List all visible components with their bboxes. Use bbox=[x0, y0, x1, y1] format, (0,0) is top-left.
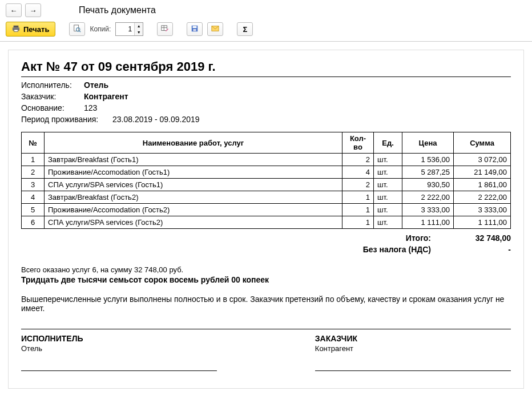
window-title: Печать документа bbox=[79, 5, 156, 15]
cell-sum: 21 149,00 bbox=[454, 166, 511, 179]
cell-num: 5 bbox=[22, 204, 45, 216]
basis-value: 123 bbox=[84, 103, 97, 112]
col-unit: Ед. bbox=[374, 132, 402, 154]
cell-qty: 1 bbox=[342, 216, 374, 229]
cell-unit: шт. bbox=[374, 179, 402, 191]
cell-unit: шт. bbox=[374, 154, 402, 166]
cell-price: 1 536,00 bbox=[402, 154, 454, 166]
cell-sum: 3 072,00 bbox=[454, 154, 511, 166]
tax-label: Без налога (НДС) bbox=[363, 245, 431, 254]
cell-name: СПА услуги/SPA services (Гость1) bbox=[45, 179, 342, 191]
nav-forward-button[interactable]: → bbox=[25, 3, 41, 17]
col-price: Цена bbox=[402, 132, 454, 154]
cell-price: 5 287,25 bbox=[402, 166, 454, 179]
copies-stepper[interactable]: ▲ ▼ bbox=[115, 22, 143, 36]
arrow-right-icon: → bbox=[30, 6, 37, 15]
cell-name: СПА услуги/SPA services (Гость2) bbox=[45, 216, 342, 229]
floppy-icon bbox=[191, 25, 199, 34]
customer-signature: ЗАКАЗЧИК Контрагент bbox=[315, 334, 511, 371]
table-pencil-icon bbox=[161, 25, 169, 34]
customer-name: Контрагент bbox=[315, 344, 511, 353]
cell-unit: шт. bbox=[374, 216, 402, 229]
signatures: ИСПОЛНИТЕЛЬ Отель ЗАКАЗЧИК Контрагент bbox=[21, 329, 511, 371]
cell-sum: 2 222,00 bbox=[454, 191, 511, 204]
period-label: Период проживания: bbox=[21, 115, 112, 124]
svg-rect-0 bbox=[14, 25, 19, 27]
act-heading: Акт № 47 от 09 сентября 2019 г. bbox=[21, 59, 511, 77]
cell-num: 3 bbox=[22, 179, 45, 191]
totals-block: Итого: 32 748,00 Без налога (НДС) - bbox=[21, 232, 511, 255]
cell-num: 6 bbox=[22, 216, 45, 229]
save-button[interactable] bbox=[187, 22, 203, 36]
copies-label: Копий: bbox=[90, 25, 111, 33]
envelope-icon bbox=[211, 25, 219, 34]
document-area: Акт № 47 от 09 сентября 2019 г. Исполнит… bbox=[0, 41, 532, 397]
cell-unit: шт. bbox=[374, 166, 402, 179]
svg-rect-11 bbox=[194, 29, 196, 31]
cell-num: 4 bbox=[22, 191, 45, 204]
executor-name: Отель bbox=[21, 344, 217, 353]
services-table: № Наименование работ, услуг Кол-во Ед. Ц… bbox=[21, 132, 511, 229]
table-row: 1Завтрак/Breakfast (Гость1)2шт.1 536,003… bbox=[22, 154, 511, 166]
executor-signature: ИСПОЛНИТЕЛЬ Отель bbox=[21, 334, 217, 371]
sum-button[interactable]: Σ bbox=[237, 22, 253, 36]
copies-input[interactable] bbox=[116, 25, 134, 33]
print-toolbar: Печать Копий: ▲ ▼ Σ bbox=[0, 19, 532, 41]
table-row: 2Проживание/Accomodation (Гость1)4шт.5 2… bbox=[22, 166, 511, 179]
cell-name: Проживание/Accomodation (Гость1) bbox=[45, 166, 342, 179]
cell-name: Завтрак/Breakfast (Гость1) bbox=[45, 154, 342, 166]
cell-price: 930,50 bbox=[402, 179, 454, 191]
customer-sign-line bbox=[315, 356, 511, 371]
cell-unit: шт. bbox=[374, 191, 402, 204]
top-row: ← → Печать документа bbox=[0, 0, 532, 19]
cell-num: 1 bbox=[22, 154, 45, 166]
col-sum: Сумма bbox=[454, 132, 511, 154]
basis-label: Основание: bbox=[21, 103, 84, 112]
print-button-label: Печать bbox=[23, 25, 49, 34]
col-name: Наименование работ, услуг bbox=[45, 132, 342, 154]
summary-block: Всего оказано услуг 6, на сумму 32 748,0… bbox=[21, 265, 511, 284]
note-text: Вышеперечисленные услуги выполнены полно… bbox=[21, 295, 511, 313]
executor-sign-line bbox=[21, 356, 217, 371]
total-label: Итого: bbox=[406, 233, 431, 243]
cell-name: Завтрак/Breakfast (Гость2) bbox=[45, 191, 342, 204]
customer-role: ЗАКАЗЧИК bbox=[315, 334, 511, 343]
print-button[interactable]: Печать bbox=[6, 22, 55, 37]
svg-line-5 bbox=[79, 30, 80, 31]
cell-price: 1 111,00 bbox=[402, 216, 454, 229]
table-row: 5Проживание/Accomodation (Гость2)1шт.3 3… bbox=[22, 204, 511, 216]
copies-up[interactable]: ▲ bbox=[135, 23, 143, 29]
total-value: 32 748,00 bbox=[454, 233, 511, 243]
col-qty: Кол-во bbox=[342, 132, 374, 154]
summary-line: Всего оказано услуг 6, на сумму 32 748,0… bbox=[21, 265, 511, 274]
svg-rect-2 bbox=[14, 29, 18, 31]
period-value: 23.08.2019 - 09.09.2019 bbox=[112, 115, 200, 124]
arrow-left-icon: ← bbox=[10, 6, 18, 15]
preview-button[interactable] bbox=[69, 22, 85, 36]
cell-unit: шт. bbox=[374, 204, 402, 216]
sigma-icon: Σ bbox=[243, 25, 247, 34]
copies-down[interactable]: ▼ bbox=[135, 29, 143, 35]
cell-qty: 1 bbox=[342, 191, 374, 204]
table-row: 6СПА услуги/SPA services (Гость2)1шт.1 1… bbox=[22, 216, 511, 229]
cell-sum: 1 111,00 bbox=[454, 216, 511, 229]
summary-words: Тридцать две тысячи семьсот сорок восемь… bbox=[21, 275, 511, 284]
cell-name: Проживание/Accomodation (Гость2) bbox=[45, 204, 342, 216]
magnifier-document-icon bbox=[73, 25, 81, 34]
cell-qty: 2 bbox=[342, 179, 374, 191]
table-row: 3СПА услуги/SPA services (Гость1)2шт.930… bbox=[22, 179, 511, 191]
cell-sum: 3 333,00 bbox=[454, 204, 511, 216]
cell-price: 2 222,00 bbox=[402, 191, 454, 204]
svg-rect-10 bbox=[193, 26, 197, 28]
cell-price: 3 333,00 bbox=[402, 204, 454, 216]
cell-qty: 1 bbox=[342, 204, 374, 216]
cell-sum: 1 861,00 bbox=[454, 179, 511, 191]
cell-qty: 2 bbox=[342, 154, 374, 166]
act-document: Акт № 47 от 09 сентября 2019 г. Исполнит… bbox=[8, 50, 524, 389]
act-meta: Исполнитель: Отель Заказчик: Контрагент … bbox=[21, 80, 511, 124]
email-button[interactable] bbox=[207, 22, 223, 36]
printer-icon bbox=[12, 25, 20, 34]
nav-back-button[interactable]: ← bbox=[6, 3, 22, 17]
cell-qty: 4 bbox=[342, 166, 374, 179]
edit-table-button[interactable] bbox=[157, 22, 173, 36]
